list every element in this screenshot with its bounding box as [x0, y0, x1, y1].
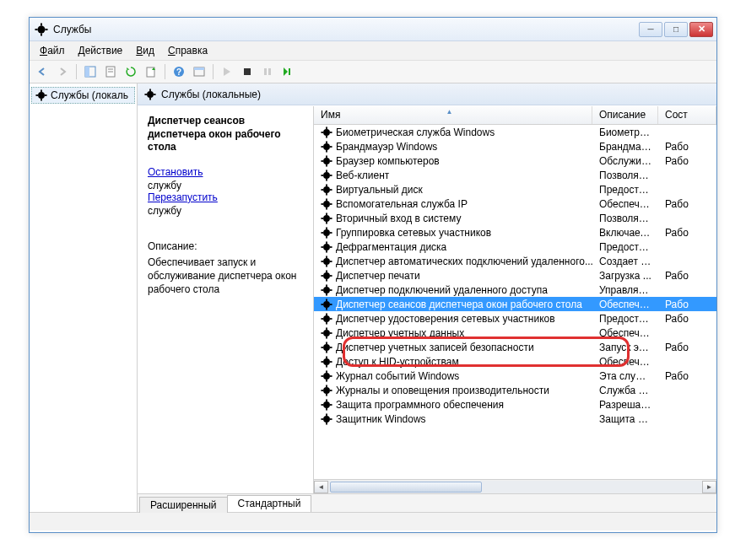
maximize-button[interactable]: □	[664, 22, 688, 37]
gear-icon	[35, 89, 47, 101]
service-row[interactable]: Веб-клиентПозволяет...	[314, 168, 716, 182]
column-description[interactable]: Описание	[592, 106, 658, 124]
app-icon	[35, 23, 48, 36]
refresh-button[interactable]	[122, 62, 140, 81]
menu-action[interactable]: Действие	[72, 43, 130, 58]
service-row[interactable]: Диспетчер удостоверения сетевых участник…	[314, 311, 716, 326]
tab-standard[interactable]: Стандартный	[227, 495, 312, 512]
gear-icon	[321, 270, 332, 282]
tab-extended[interactable]: Расширенный	[139, 497, 228, 513]
stop-service-button[interactable]	[238, 62, 257, 81]
tree-pane: Службы (локаль	[30, 83, 138, 512]
service-name: Диспетчер печати	[336, 270, 420, 282]
service-row[interactable]: Журнал событий WindowsЭта служб...Рабо	[314, 369, 716, 383]
service-desc: Включает...	[592, 227, 658, 239]
service-desc: Обеспечи...	[592, 327, 658, 339]
service-name: Вспомогательная служба IP	[336, 198, 468, 210]
gear-icon	[321, 227, 332, 239]
service-desc: Управляет...	[592, 284, 658, 296]
service-row[interactable]: Браузер компьютеровОбслужив...Рабо	[314, 153, 716, 168]
service-row[interactable]: Защитник WindowsЗащита от...	[314, 412, 716, 426]
service-desc: Брандмау...	[592, 141, 658, 153]
gear-icon	[321, 413, 332, 425]
menu-view[interactable]: Вид	[129, 43, 161, 58]
svg-rect-16	[264, 68, 267, 75]
back-button[interactable]	[33, 62, 51, 81]
svg-text:?: ?	[176, 67, 181, 77]
service-row[interactable]: Биометрическая служба WindowsБиометри...	[314, 125, 716, 139]
stop-link[interactable]: Остановить	[148, 166, 303, 178]
service-desc: Обслужив...	[592, 155, 658, 167]
menu-help[interactable]: Справка	[161, 43, 214, 58]
service-status: Рабо	[658, 270, 716, 282]
service-row[interactable]: Диспетчер печатиЗагрузка ...Рабо	[314, 268, 716, 283]
description-text: Обеспечивает запуск и обслуживание диспе…	[148, 256, 303, 297]
service-row[interactable]: Диспетчер учетных данныхОбеспечи...	[314, 326, 716, 340]
service-row[interactable]: Брандмауэр WindowsБрандмау...Рабо	[314, 139, 716, 153]
service-name: Браузер компьютеров	[336, 155, 440, 167]
show-hide-tree-button[interactable]	[81, 62, 100, 81]
gear-icon	[321, 313, 332, 325]
column-name[interactable]: Имя▲	[314, 106, 592, 124]
service-row[interactable]: Диспетчер автоматических подключений уда…	[314, 254, 716, 268]
horizontal-scrollbar[interactable]: ◄ ►	[314, 479, 716, 493]
close-button[interactable]: ✕	[689, 22, 713, 37]
sort-indicator-icon: ▲	[446, 108, 453, 116]
service-name: Диспетчер автоматических подключений уда…	[336, 256, 592, 267]
help-button[interactable]: ?	[170, 62, 188, 81]
service-row[interactable]: Группировка сетевых участниковВключает..…	[314, 225, 716, 240]
service-row[interactable]: Вторичный вход в системуПозволяет...	[314, 211, 716, 225]
gear-icon	[321, 399, 332, 411]
start-service-button[interactable]	[218, 62, 236, 81]
service-desc: Обеспечи...	[592, 356, 658, 368]
service-row[interactable]: Диспетчер учетных записей безопасностиЗа…	[314, 340, 716, 354]
forward-button[interactable]	[53, 62, 72, 81]
service-row[interactable]: Доступ к HID-устройствамОбеспечи...	[314, 354, 716, 369]
service-name: Виртуальный диск	[336, 184, 423, 196]
column-status[interactable]: Сост	[658, 106, 716, 124]
service-desc: Эта служб...	[592, 370, 658, 382]
service-row[interactable]: Диспетчер сеансов диспетчера окон рабоче…	[314, 297, 716, 311]
selected-service-name: Диспетчер сеансов диспетчера окон рабоче…	[148, 115, 303, 154]
description-pane: Диспетчер сеансов диспетчера окон рабоче…	[138, 106, 313, 493]
service-status: Рабо	[658, 227, 716, 239]
service-row[interactable]: Журналы и оповещения производительностиС…	[314, 383, 716, 397]
service-desc: Разрешает...	[592, 399, 658, 411]
service-desc: Позволяет...	[592, 213, 658, 224]
view-tabs: Расширенный Стандартный	[138, 493, 716, 512]
minimize-button[interactable]: ─	[639, 22, 662, 37]
service-desc: Обеспечи...	[592, 299, 658, 310]
service-name: Защита программного обеспечения	[336, 399, 504, 411]
service-row[interactable]: Защита программного обеспеченияРазрешает…	[314, 397, 716, 412]
description-label: Описание:	[148, 240, 303, 252]
gear-icon	[144, 89, 156, 100]
menubar: Файл Действие Вид Справка	[30, 41, 716, 60]
properties-button[interactable]	[101, 62, 120, 81]
scroll-right-button[interactable]: ►	[702, 481, 716, 493]
statusbar	[30, 512, 716, 530]
restart-link[interactable]: Перезапустить	[148, 191, 303, 203]
service-desc: Предоста...	[592, 313, 658, 325]
pause-service-button[interactable]	[258, 62, 277, 81]
service-row[interactable]: Диспетчер подключений удаленного доступа…	[314, 283, 716, 297]
service-desc: Предоста...	[592, 184, 658, 196]
service-status: Рабо	[658, 155, 716, 167]
scroll-thumb[interactable]	[330, 482, 482, 493]
service-row[interactable]: Виртуальный дискПредоста...	[314, 182, 716, 197]
service-row[interactable]: Дефрагментация дискаПредоста...	[314, 240, 716, 254]
service-name: Диспетчер удостоверения сетевых участник…	[336, 313, 555, 325]
export-button[interactable]	[142, 62, 160, 81]
tree-root-services[interactable]: Службы (локаль	[31, 87, 135, 104]
restart-service-button[interactable]	[278, 62, 297, 81]
service-row[interactable]: Вспомогательная служба IPОбеспечи...Рабо	[314, 197, 716, 211]
scroll-left-button[interactable]: ◄	[314, 481, 328, 493]
menu-file[interactable]: Файл	[33, 43, 72, 58]
service-name: Защитник Windows	[336, 413, 426, 425]
services-list: Имя▲ Описание Сост Биометрическая служба…	[313, 106, 716, 493]
gear-icon	[321, 256, 332, 267]
service-name: Журнал событий Windows	[336, 370, 459, 382]
gear-icon	[321, 385, 332, 396]
titlebar[interactable]: Службы ─ □ ✕	[30, 18, 716, 41]
filter-button[interactable]	[190, 62, 208, 81]
gear-icon	[321, 356, 332, 368]
